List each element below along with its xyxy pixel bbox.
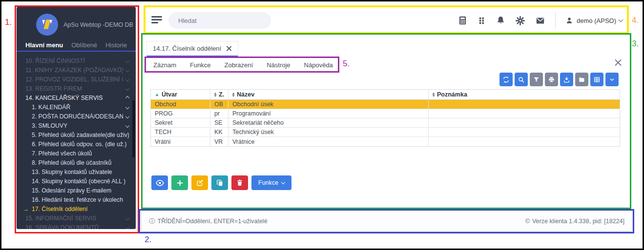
copy-button[interactable] <box>211 175 228 190</box>
menubar-napoveda[interactable]: Nápověda <box>304 61 333 69</box>
app-screenshot: ApSo Webtop -DEMO DB Hlavní menu Oblíben… <box>0 0 644 250</box>
sidebar-item[interactable]: 14. KANCELÁŘSKÝ SERVIS <box>17 93 136 102</box>
sidebar-item[interactable]: 13. REGISTR FIREM <box>17 84 136 93</box>
toolbar <box>499 73 619 86</box>
sidebar-item[interactable]: 3. SMLOUVY <box>17 121 136 130</box>
table-row[interactable]: TECH KK Technický úsek <box>151 128 620 137</box>
sidebar-item[interactable]: 15. INFORMAČNÍ SERVIS <box>17 213 136 223</box>
table-header-row: ▲ Útvar ▴▾ Z. ▴▾ Název ▴▾ Poznámka <box>151 90 620 100</box>
document-tab-title: 14.17. Číselník oddělení <box>153 45 221 52</box>
sidebar-item[interactable]: 16. Hledání text. řetězce v úkolech <box>17 195 136 204</box>
chevron-icon <box>125 216 129 220</box>
column-header-z[interactable]: ▴▾ Z. <box>210 90 229 99</box>
active-arrow-icon: → <box>23 206 29 212</box>
search-button[interactable] <box>515 73 528 86</box>
sidebar-item[interactable]: 14. Skupiny kontaktů (obecně ALL ) <box>17 176 136 186</box>
record-actions: Funkce <box>151 175 291 190</box>
search-bar <box>168 12 271 29</box>
sidebar: ApSo Webtop -DEMO DB Hlavní menu Oblíben… <box>17 7 136 229</box>
sort-icon: ▴▾ <box>214 92 216 97</box>
menubar-funkce[interactable]: Funkce <box>190 61 211 69</box>
chevron-icon <box>125 105 129 109</box>
sidebar-item[interactable]: 13. Skupiny kontaktů uživatele <box>17 167 136 176</box>
chevron-icon <box>125 96 129 99</box>
table-row[interactable]: Vrátni VR Vrátnice <box>151 137 620 146</box>
sidebar-item[interactable]: → 17. Číselník oddělení <box>17 204 136 213</box>
menu-icon[interactable] <box>151 16 163 24</box>
sidebar-item[interactable]: 7. Přehled všech úkolů <box>17 149 136 158</box>
client-version-text: Verze klienta 1.4.338, pid: [18224] <box>532 218 624 225</box>
user-menu[interactable]: demo (APSO) <box>565 16 623 25</box>
panel-close-icon[interactable] <box>614 58 622 66</box>
sort-icon: ▴▾ <box>232 92 234 97</box>
download-button[interactable] <box>560 73 573 86</box>
calculator-icon[interactable] <box>457 15 468 26</box>
sidebar-item[interactable]: 10. ŘÍZENÍ ČINNOSTÍ <box>17 56 136 65</box>
edit-icon <box>196 179 204 187</box>
table-row[interactable]: PROG pr Programování <box>151 109 620 118</box>
document-tab[interactable]: 14.17. Číselník oddělení <box>146 41 238 57</box>
refresh-button[interactable] <box>499 73 513 86</box>
filter-button[interactable] <box>530 73 543 86</box>
sidebar-item[interactable]: 8. Přehled úkolů dle účastníků <box>17 158 136 167</box>
sidebar-tab-oblibene[interactable]: Oblíbené <box>71 41 97 49</box>
sidebar-item[interactable]: 12. PROVOZ VOZIDEL, SLUŽEBNÍ CESTY <box>17 75 136 84</box>
chevron-icon <box>125 68 129 72</box>
print-button[interactable] <box>545 73 558 86</box>
edit-button[interactable] <box>191 175 208 190</box>
view-button[interactable] <box>151 175 168 190</box>
sidebar-tab-historie[interactable]: Historie <box>105 41 127 49</box>
sidebar-item[interactable]: 2. POŠTA DORUČENÁ/ODESLANÁ <box>17 112 136 121</box>
copy-icon <box>216 179 224 187</box>
sidebar-item[interactable]: 1. KALENDÁŘ <box>17 102 136 112</box>
sidebar-item[interactable]: 11. KNIHY ZAKÁZEK (POŽADAVKŮ) <box>17 65 136 75</box>
table-button[interactable] <box>590 73 603 86</box>
bell-icon[interactable] <box>496 15 506 26</box>
sidebar-item[interactable]: 6. Přehled úkolů odpov. os. (dle už.) <box>17 139 136 149</box>
app-title: ApSo Webtop -DEMO DB <box>63 21 133 28</box>
sidebar-tab-indicator <box>17 51 136 52</box>
add-button[interactable] <box>171 175 188 190</box>
sort-icon: ▴▾ <box>433 92 435 97</box>
apso-logo-icon <box>36 14 58 36</box>
header-divider <box>555 12 556 29</box>
sidebar-tab-hlavni-menu[interactable]: Hlavní menu <box>25 41 63 49</box>
chevron-down-icon <box>281 180 285 184</box>
funkce-dropdown-button[interactable]: Funkce <box>251 175 291 190</box>
workspace: 14.17. Číselník oddělení Záznam Funkce Z… <box>143 33 631 209</box>
annotation-label-1: 1. <box>5 18 12 27</box>
copyright-icon: © <box>525 218 530 225</box>
user-label: demo (APSO) <box>577 17 616 24</box>
table-body: Obchod OB Obchodní úsek PROG pr Programo… <box>151 100 620 146</box>
table-row[interactable]: Sekret SE Sekretariát něčeho <box>151 118 620 128</box>
delete-button[interactable] <box>231 175 248 190</box>
menubar-zaznam[interactable]: Záznam <box>153 61 176 69</box>
status-right: © Verze klienta 1.4.338, pid: [18224] <box>525 218 624 225</box>
annotation-label-2: 2. <box>145 235 151 245</box>
table-row[interactable]: Obchod OB Obchodní úsek <box>151 100 620 109</box>
chevron-icon <box>125 77 129 81</box>
sort-asc-icon: ▲ <box>155 93 159 97</box>
tab-close-icon[interactable] <box>226 45 232 52</box>
menubar-zobrazeni[interactable]: Zobrazení <box>225 61 253 69</box>
folder-button[interactable] <box>575 73 588 86</box>
column-header-poznamka[interactable]: ▴▾ Poznámka <box>429 90 620 99</box>
sidebar-item[interactable]: 16. SPRÁVA DOKUMENTŮ <box>17 223 136 229</box>
apps-grid-icon[interactable] <box>477 16 486 26</box>
eye-icon <box>155 178 165 188</box>
column-header-utvar[interactable]: ▲ Útvar <box>151 90 210 99</box>
chevron-icon <box>125 225 129 229</box>
trash-icon <box>236 179 244 187</box>
menubar-nastroje[interactable]: Nástroje <box>267 61 290 69</box>
gear-icon[interactable] <box>515 16 525 26</box>
column-header-nazev[interactable]: ▴▾ Název <box>229 90 429 99</box>
sidebar-item[interactable]: 15. Odeslání zprávy E-mailem <box>17 186 136 195</box>
search-input[interactable] <box>178 17 264 24</box>
sidebar-item[interactable]: 5. Přehled úkolů zadavatele(dle uživ) <box>17 130 136 139</box>
sidebar-scrollbar-thumb[interactable] <box>132 100 135 157</box>
status-left: ⓘ TŘÍDĚNÍ=Oddělení, ENTER=1-uživatelé <box>149 217 268 226</box>
header-icons: demo (APSO) <box>457 11 623 30</box>
envelope-icon[interactable] <box>535 16 546 26</box>
sidebar-tabs: Hlavní menu Oblíbené Historie <box>17 39 136 51</box>
chevron-down-button[interactable] <box>605 73 619 86</box>
